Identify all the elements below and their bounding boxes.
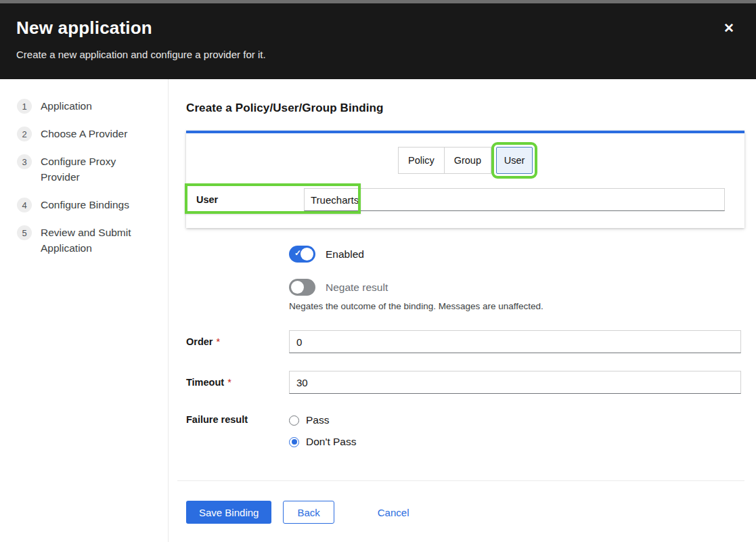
step-label: Configure Bindings (41, 197, 129, 212)
modal-subtitle: Create a new application and configure a… (16, 49, 740, 60)
negate-result-toggle[interactable]: ✓ (289, 279, 315, 296)
step-label: Application (41, 98, 92, 114)
modal-body: 1 Application 2 Choose A Provider 3 Conf… (0, 79, 756, 542)
order-field-row: Order* (186, 330, 744, 353)
user-select-value: Truecharts (311, 194, 359, 206)
step-number: 4 (17, 198, 32, 212)
failure-result-options: Pass Don't Pass (289, 414, 356, 448)
tab-user[interactable]: User (496, 147, 533, 174)
order-input[interactable] (289, 330, 741, 353)
enabled-toggle[interactable]: ✓ (289, 246, 315, 263)
step-number: 2 (17, 127, 32, 141)
failure-result-row: Failure result Pass Don't Pass (186, 414, 744, 448)
radio-option-pass[interactable]: Pass (289, 414, 356, 426)
wizard-step-configure-proxy-provider[interactable]: 3 Configure Proxy Provider (17, 154, 161, 185)
save-binding-button[interactable]: Save Binding (186, 501, 271, 524)
step-number: 3 (17, 154, 32, 169)
user-field-label: User (196, 194, 304, 205)
wizard-step-choose-provider[interactable]: 2 Choose A Provider (17, 126, 161, 141)
wizard-steps-sidebar: 1 Application 2 Choose A Provider 3 Conf… (0, 79, 169, 542)
required-asterisk: * (227, 377, 231, 388)
binding-form: ✓ Enabled ✓ Negate result Negates the ou… (186, 246, 744, 448)
back-button[interactable]: Back (283, 501, 334, 524)
radio-dont-pass-label[interactable]: Don't Pass (306, 436, 356, 448)
enabled-toggle-row: ✓ Enabled (289, 246, 744, 263)
footer-divider (177, 480, 744, 481)
close-icon: ✕ (724, 21, 734, 35)
timeout-field-row: Timeout* (186, 371, 744, 394)
form-title: Create a Policy/User/Group Binding (186, 101, 744, 115)
step-label: Choose A Provider (41, 126, 127, 141)
user-select[interactable]: Truecharts (304, 188, 725, 211)
radio-pass-label[interactable]: Pass (306, 414, 329, 426)
step-label: Configure Proxy Provider (41, 154, 142, 185)
step-number: 1 (17, 99, 32, 114)
wizard-step-review-submit[interactable]: 5 Review and Submit Application (17, 225, 161, 256)
binding-target-card: Policy Group User User Truecharts (186, 131, 744, 228)
modal-title: New application (16, 16, 740, 39)
close-button[interactable]: ✕ (724, 22, 734, 35)
user-binding-row: User Truecharts (186, 188, 744, 211)
wizard-step-configure-bindings[interactable]: 4 Configure Bindings (17, 197, 161, 212)
binding-type-toggle-group: Policy Group User (186, 147, 744, 174)
enabled-toggle-label: Enabled (326, 248, 364, 261)
modal-header: New application Create a new application… (0, 3, 756, 79)
modal-footer: Save Binding Back Cancel (186, 501, 744, 541)
step-label: Review and Submit Application (41, 225, 142, 256)
radio-dont-pass[interactable] (289, 437, 299, 447)
failure-result-label: Failure result (186, 414, 289, 425)
timeout-input[interactable] (289, 371, 741, 394)
wizard-content: Create a Policy/User/Group Binding Polic… (169, 79, 756, 542)
tab-policy[interactable]: Policy (398, 147, 445, 174)
wizard-step-application[interactable]: 1 Application (17, 98, 161, 114)
negate-help-text: Negates the outcome of the binding. Mess… (289, 301, 744, 311)
toggle-knob (291, 281, 304, 294)
timeout-field-label: Timeout* (186, 377, 289, 388)
toggle-knob (301, 248, 313, 261)
step-number: 5 (17, 225, 32, 240)
cancel-link[interactable]: Cancel (378, 501, 409, 524)
radio-option-dont-pass[interactable]: Don't Pass (289, 436, 356, 448)
negate-toggle-row: ✓ Negate result (289, 279, 744, 296)
required-asterisk: * (217, 336, 221, 347)
order-field-label: Order* (186, 336, 289, 347)
radio-pass[interactable] (289, 415, 299, 426)
negate-result-toggle-label: Negate result (326, 281, 388, 294)
tab-group[interactable]: Group (444, 147, 491, 174)
